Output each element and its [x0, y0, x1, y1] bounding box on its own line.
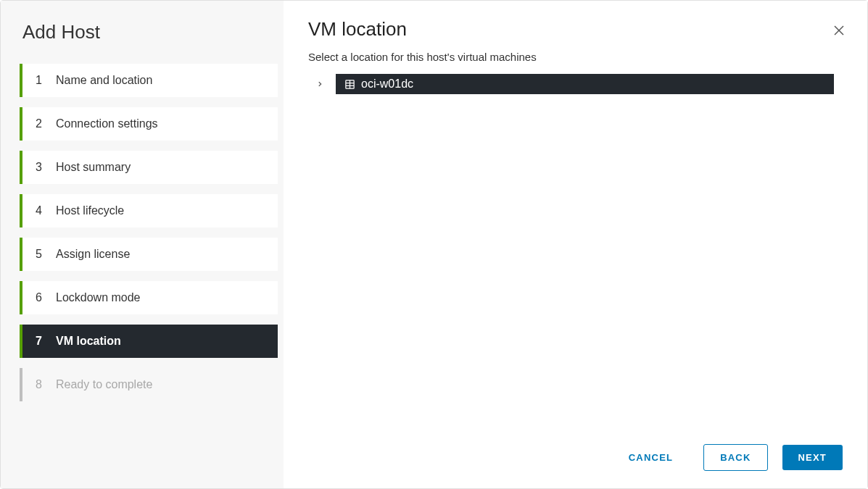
tree-node-selected[interactable]: oci-w01dc [336, 74, 834, 94]
back-button[interactable]: BACK [703, 444, 767, 471]
step-number: 5 [36, 248, 46, 261]
close-icon [832, 27, 846, 39]
step-label: Ready to complete [56, 378, 152, 391]
tree-node-label: oci-w01dc [361, 78, 413, 91]
wizard-steps: 1 Name and location 2 Connection setting… [1, 64, 278, 401]
step-lockdown-mode[interactable]: 6 Lockdown mode [20, 281, 278, 314]
step-ready-to-complete: 8 Ready to complete [20, 368, 278, 401]
wizard-title: Add Host [1, 18, 278, 64]
add-host-wizard: Add Host 1 Name and location 2 Connectio… [0, 0, 868, 489]
step-label: Connection settings [56, 117, 158, 130]
step-label: VM location [56, 335, 121, 348]
step-host-summary[interactable]: 3 Host summary [20, 151, 278, 184]
step-host-lifecycle[interactable]: 4 Host lifecycle [20, 194, 278, 227]
step-name-and-location[interactable]: 1 Name and location [20, 64, 278, 97]
wizard-footer: CANCEL BACK NEXT [308, 422, 843, 471]
page-subtitle: Select a location for this host's virtua… [308, 51, 843, 63]
step-connection-settings[interactable]: 2 Connection settings [20, 107, 278, 141]
step-number: 6 [36, 291, 46, 304]
step-number: 3 [36, 161, 46, 174]
next-button[interactable]: NEXT [782, 445, 843, 470]
step-label: Name and location [56, 74, 152, 87]
tree-row[interactable]: oci-w01dc [308, 73, 843, 95]
step-number: 8 [36, 378, 46, 391]
step-label: Assign license [56, 248, 130, 261]
cancel-button[interactable]: CANCEL [613, 445, 689, 470]
step-assign-license[interactable]: 5 Assign license [20, 238, 278, 271]
step-label: Host summary [56, 161, 131, 174]
step-vm-location[interactable]: 7 VM location [20, 325, 278, 358]
step-number: 1 [36, 74, 46, 87]
step-label: Lockdown mode [56, 291, 141, 304]
step-number: 2 [36, 117, 46, 130]
chevron-right-icon[interactable] [311, 80, 328, 88]
step-label: Host lifecycle [56, 204, 124, 217]
wizard-content: VM location Select a location for this h… [284, 1, 867, 488]
step-number: 4 [36, 204, 46, 217]
page-title: VM location [308, 18, 843, 41]
close-button[interactable] [832, 24, 846, 40]
location-tree: oci-w01dc [308, 73, 843, 95]
datacenter-icon [344, 79, 355, 90]
wizard-sidebar: Add Host 1 Name and location 2 Connectio… [1, 1, 284, 488]
step-number: 7 [36, 335, 46, 348]
